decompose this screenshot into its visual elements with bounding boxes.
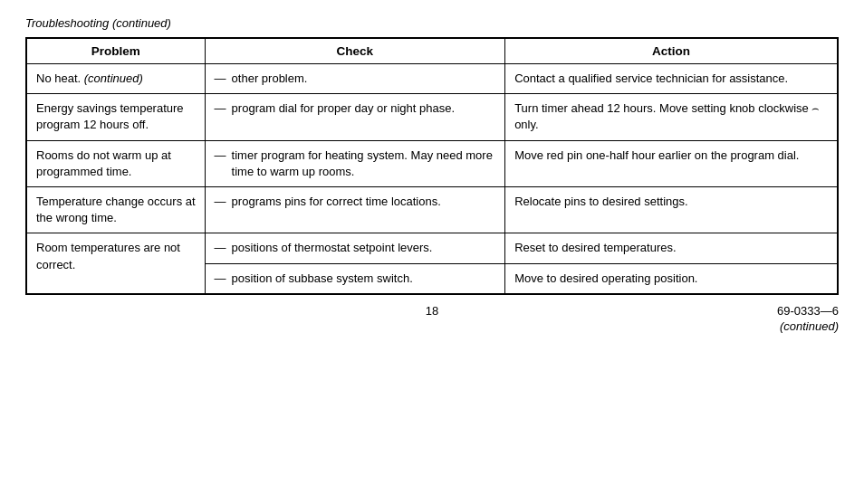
page-number: 18 [426, 304, 438, 318]
page-title: Troubleshooting (continued) [25, 16, 839, 30]
action-cell: Contact a qualified service technician f… [505, 64, 838, 94]
action-cell: Move red pin one-half hour earlier on th… [505, 140, 838, 186]
check-text: program dial for proper day or night pha… [232, 100, 455, 117]
dash-icon: — [215, 100, 226, 117]
column-header-problem: Problem [26, 38, 205, 64]
dash-icon: — [215, 71, 226, 87]
table-row: Temperature change occurs at the wrong t… [26, 186, 838, 233]
check-text: position of subbase system switch. [232, 271, 413, 287]
dash-icon: — [215, 194, 226, 210]
table-row: No heat. (continued) — other problem. Co… [26, 64, 838, 94]
check-cell: — timer program for heating system. May … [205, 140, 505, 186]
check-text: other problem. [232, 71, 308, 87]
problem-cell: Energy savings temperature program 12 ho… [26, 94, 205, 140]
check-cell: — position of subbase system switch. [205, 263, 505, 294]
action-cell: Turn timer ahead 12 hours. Move setting … [505, 94, 838, 140]
problem-cell: Rooms do not warm up at programmed time. [26, 140, 205, 186]
table-row: Rooms do not warm up at programmed time.… [26, 140, 838, 186]
check-text: timer program for heating system. May ne… [232, 147, 496, 180]
table-row: Room temperatures are not correct. — pos… [26, 233, 838, 263]
footer: 18 69-0333—6 [25, 304, 839, 318]
continued-label: (continued) [780, 319, 839, 333]
check-cell: — programs pins for correct time locatio… [205, 186, 505, 233]
column-header-check: Check [205, 38, 505, 64]
action-cell: Relocate pins to desired settings. [505, 186, 838, 233]
action-cell: Reset to desired temperatures. [505, 233, 838, 263]
dash-icon: — [215, 271, 226, 287]
check-text: programs pins for correct time locations… [232, 194, 441, 210]
table-row: Energy savings temperature program 12 ho… [26, 94, 838, 140]
check-text: positions of thermostat setpoint levers. [232, 240, 433, 256]
knob-icon: ⌢ [811, 100, 820, 117]
dash-icon: — [215, 147, 226, 164]
problem-cell: Room temperatures are not correct. [26, 233, 205, 294]
problem-cell: No heat. (continued) [26, 64, 205, 94]
dash-icon: — [215, 240, 226, 256]
doc-number: 69-0333—6 [777, 304, 839, 318]
check-cell: — program dial for proper day or night p… [205, 94, 505, 140]
check-cell: — positions of thermostat setpoint lever… [205, 233, 505, 263]
action-cell: Move to desired operating position. [505, 263, 838, 294]
check-cell: — other problem. [205, 64, 505, 94]
column-header-action: Action [505, 38, 838, 64]
troubleshooting-table: Problem Check Action No heat. (continued… [25, 37, 839, 295]
problem-cell: Temperature change occurs at the wrong t… [26, 186, 205, 233]
